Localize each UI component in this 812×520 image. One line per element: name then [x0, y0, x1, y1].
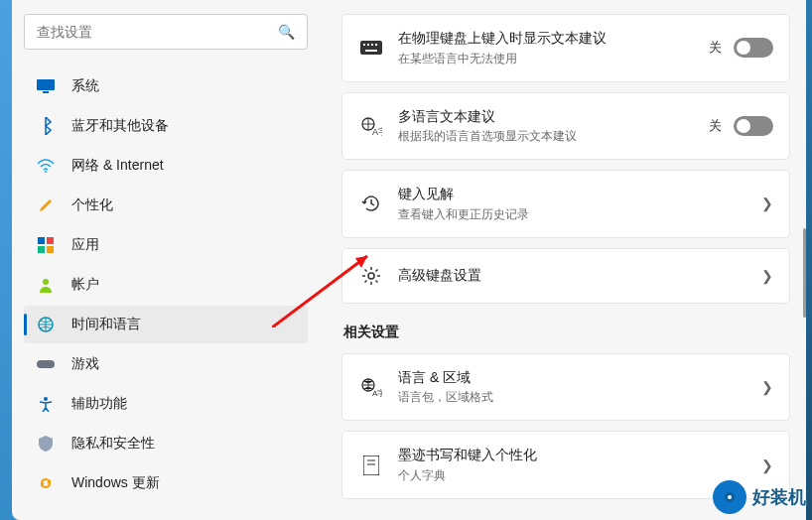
- card-typing-insights[interactable]: 键入见解 查看键入和更正历史记录 ❯: [341, 170, 790, 238]
- sidebar-item-network[interactable]: 网络 & Internet: [24, 147, 308, 185]
- chevron-right-icon: ❯: [761, 195, 773, 211]
- sidebar-item-gaming[interactable]: 游戏: [24, 345, 308, 383]
- chevron-right-icon: ❯: [761, 379, 773, 395]
- sidebar-item-label: 应用: [71, 236, 99, 254]
- card-title: 在物理键盘上键入时显示文本建议: [398, 29, 709, 49]
- gear-icon: [358, 263, 384, 289]
- card-subtitle: 在某些语言中无法使用: [398, 51, 709, 67]
- sidebar-item-apps[interactable]: 应用: [24, 226, 308, 264]
- sidebar-item-accessibility[interactable]: 辅助功能: [24, 385, 308, 423]
- sidebar-item-label: 个性化: [71, 196, 113, 214]
- sidebar: 🔍 系统 蓝牙和其他设备 网络 & Internet 个性化 应用: [12, 0, 320, 520]
- card-title: 多语言文本建议: [398, 107, 709, 127]
- svg-point-10: [44, 397, 48, 401]
- svg-rect-5: [38, 246, 45, 253]
- svg-rect-1: [43, 91, 49, 93]
- sidebar-item-accounts[interactable]: 帐户: [24, 266, 308, 304]
- sidebar-item-label: 系统: [71, 77, 99, 95]
- language-region-icon: A字: [358, 374, 384, 400]
- sidebar-item-privacy[interactable]: 隐私和安全性: [24, 425, 308, 462]
- svg-rect-15: [375, 44, 377, 46]
- watermark: 好装机: [713, 480, 806, 514]
- sidebar-item-label: 隐私和安全性: [71, 435, 155, 453]
- card-subtitle: 根据我的语言首选项显示文本建议: [398, 128, 709, 145]
- sidebar-item-system[interactable]: 系统: [24, 67, 308, 105]
- svg-rect-13: [367, 44, 369, 46]
- search-box[interactable]: 🔍: [24, 14, 308, 50]
- card-physical-keyboard-suggestions[interactable]: 在物理键盘上键入时显示文本建议 在某些语言中无法使用 关: [341, 14, 790, 82]
- apps-icon: [34, 235, 58, 255]
- multilanguage-icon: A字: [358, 113, 384, 139]
- display-icon: [34, 76, 58, 96]
- svg-point-19: [368, 273, 374, 279]
- svg-rect-6: [47, 246, 54, 253]
- card-subtitle: 查看键入和更正历史记录: [398, 206, 761, 223]
- sidebar-item-label: 时间和语言: [71, 316, 141, 333]
- card-title: 墨迹书写和键入个性化: [398, 446, 761, 465]
- card-language-region[interactable]: A字 语言 & 区域 语言包，区域格式 ❯: [341, 353, 790, 422]
- card-title: 语言 & 区域: [398, 368, 761, 388]
- card-title: 高级键盘设置: [398, 266, 761, 286]
- dictionary-icon: [358, 453, 384, 478]
- main-content: 在物理键盘上键入时显示文本建议 在某些语言中无法使用 关 A字 多语言文本建议 …: [320, 0, 806, 520]
- sidebar-item-label: 游戏: [71, 355, 99, 373]
- chevron-right-icon: ❯: [761, 457, 773, 473]
- svg-rect-0: [37, 79, 55, 90]
- section-related-title: 相关设置: [343, 324, 790, 341]
- person-icon: [34, 275, 58, 295]
- toggle-switch[interactable]: [734, 38, 773, 58]
- card-subtitle: 语言包，区域格式: [398, 389, 761, 406]
- card-advanced-keyboard[interactable]: 高级键盘设置 ❯: [341, 248, 790, 304]
- sidebar-item-personalization[interactable]: 个性化: [24, 187, 308, 224]
- settings-window: 🔍 系统 蓝牙和其他设备 网络 & Internet 个性化 应用: [12, 0, 806, 520]
- card-title: 键入见解: [398, 185, 761, 204]
- scrollbar[interactable]: [800, 0, 806, 520]
- search-icon: 🔍: [278, 24, 295, 40]
- sidebar-nav: 系统 蓝牙和其他设备 网络 & Internet 个性化 应用 帐户: [24, 67, 308, 502]
- svg-point-7: [43, 279, 49, 285]
- globe-clock-icon: [34, 315, 58, 334]
- svg-rect-22: [363, 455, 379, 475]
- chevron-right-icon: ❯: [761, 268, 773, 284]
- svg-rect-14: [371, 44, 373, 46]
- history-icon: [358, 191, 384, 216]
- search-input[interactable]: [37, 24, 278, 40]
- sidebar-item-label: 蓝牙和其他设备: [71, 117, 169, 135]
- sidebar-item-label: 网络 & Internet: [71, 157, 164, 175]
- svg-rect-9: [37, 360, 55, 368]
- bluetooth-icon: [34, 116, 58, 136]
- watermark-icon: [713, 480, 746, 514]
- svg-rect-4: [47, 237, 54, 244]
- sidebar-item-label: Windows 更新: [71, 474, 160, 492]
- sidebar-item-time-language[interactable]: 时间和语言: [24, 306, 308, 343]
- toggle-state-label: 关: [709, 117, 722, 135]
- gamepad-icon: [34, 354, 58, 374]
- svg-rect-12: [363, 44, 365, 46]
- wifi-icon: [34, 156, 58, 176]
- svg-rect-16: [365, 50, 377, 52]
- sidebar-item-label: 帐户: [71, 276, 99, 294]
- watermark-text: 好装机: [752, 485, 806, 509]
- keyboard-icon: [358, 35, 384, 61]
- svg-rect-3: [38, 237, 45, 244]
- card-subtitle: 个人字典: [398, 467, 761, 484]
- sidebar-item-bluetooth[interactable]: 蓝牙和其他设备: [24, 107, 308, 145]
- toggle-state-label: 关: [709, 39, 722, 57]
- shield-icon: [34, 434, 58, 454]
- accessibility-icon: [34, 394, 58, 414]
- update-icon: [34, 473, 58, 493]
- paintbrush-icon: [34, 195, 58, 215]
- scrollbar-thumb[interactable]: [803, 228, 806, 318]
- sidebar-item-update[interactable]: Windows 更新: [24, 464, 308, 502]
- svg-text:A字: A字: [372, 389, 382, 397]
- sidebar-item-label: 辅助功能: [71, 395, 127, 413]
- toggle-switch[interactable]: [734, 116, 773, 136]
- svg-rect-11: [360, 41, 382, 55]
- card-multilingual-suggestions[interactable]: A字 多语言文本建议 根据我的语言首选项显示文本建议 关: [341, 92, 790, 161]
- svg-text:A字: A字: [372, 127, 382, 136]
- svg-point-2: [45, 171, 47, 173]
